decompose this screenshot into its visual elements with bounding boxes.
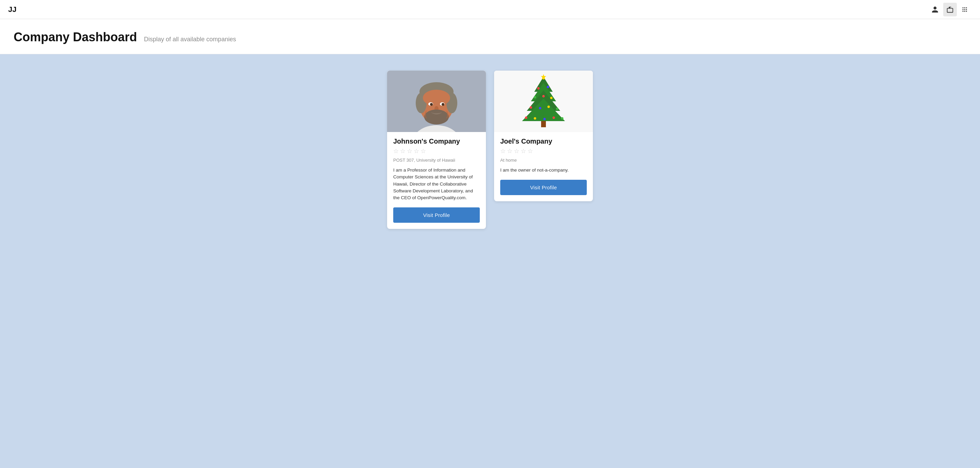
grid-icon	[961, 6, 969, 13]
page-subtitle: Display of all available companies	[144, 36, 236, 43]
card-stars-2: ☆ ☆ ☆ ☆ ☆	[500, 147, 587, 155]
svg-point-33	[553, 117, 555, 119]
card-image-johnsons	[387, 70, 486, 132]
grid-icon-button[interactable]	[958, 3, 972, 16]
visit-profile-button-2[interactable]: Visit Profile	[500, 180, 587, 195]
star-5: ☆	[528, 147, 533, 155]
svg-point-32	[544, 118, 546, 120]
page-header: Company Dashboard Display of all availab…	[0, 19, 980, 54]
card-body-1: Johnson's Company ☆ ☆ ☆ ☆ ☆ POST 307, Un…	[387, 132, 486, 229]
svg-point-26	[530, 106, 532, 109]
briefcase-icon-button[interactable]	[943, 3, 957, 16]
tree-image	[494, 70, 593, 132]
star-4: ☆	[414, 147, 419, 155]
svg-point-23	[534, 96, 536, 99]
company-name-2: Joel's Company	[500, 137, 587, 145]
star-4: ☆	[521, 147, 526, 155]
user-icon-button[interactable]	[928, 3, 942, 16]
visit-profile-button-1[interactable]: Visit Profile	[393, 208, 480, 223]
company-address-1: POST 307, University of Hawaii	[393, 158, 480, 163]
svg-point-34	[561, 117, 563, 120]
company-card-1: Johnson's Company ☆ ☆ ☆ ☆ ☆ POST 307, Un…	[387, 70, 486, 229]
svg-point-22	[547, 86, 549, 88]
star-3: ☆	[407, 147, 412, 155]
svg-point-25	[550, 97, 553, 99]
svg-point-11	[442, 103, 444, 106]
star-2: ☆	[507, 147, 512, 155]
company-description-1: I am a Professor of Information and Comp…	[393, 167, 480, 201]
star-5: ☆	[420, 147, 426, 155]
card-image-joels	[494, 70, 593, 132]
company-description-2: I am the owner of not-a-company.	[500, 167, 587, 174]
portrait-image	[387, 70, 486, 132]
svg-point-31	[534, 117, 536, 120]
svg-point-24	[542, 95, 545, 97]
svg-point-10	[430, 103, 433, 106]
star-2: ☆	[400, 147, 406, 155]
user-icon	[931, 6, 939, 13]
main-content: Johnson's Company ☆ ☆ ☆ ☆ ☆ POST 307, Un…	[0, 54, 980, 468]
svg-point-29	[556, 108, 558, 110]
navbar-logo: JJ	[8, 5, 16, 14]
svg-rect-19	[541, 121, 546, 127]
star-1: ☆	[500, 147, 506, 155]
svg-point-27	[539, 107, 541, 110]
svg-point-30	[525, 117, 528, 119]
cards-container: Johnson's Company ☆ ☆ ☆ ☆ ☆ POST 307, Un…	[387, 70, 593, 453]
company-card-2: Joel's Company ☆ ☆ ☆ ☆ ☆ At home I am th…	[494, 70, 593, 201]
card-body-2: Joel's Company ☆ ☆ ☆ ☆ ☆ At home I am th…	[494, 132, 593, 201]
briefcase-icon	[946, 6, 954, 13]
star-1: ☆	[393, 147, 399, 155]
svg-point-28	[547, 106, 550, 108]
navbar: JJ	[0, 0, 980, 19]
svg-point-21	[538, 87, 540, 90]
svg-point-13	[424, 110, 449, 125]
card-stars-1: ☆ ☆ ☆ ☆ ☆	[393, 147, 480, 155]
star-3: ☆	[514, 147, 519, 155]
svg-point-7	[423, 90, 450, 106]
navbar-icons	[928, 3, 972, 16]
company-address-2: At home	[500, 158, 587, 163]
company-name-1: Johnson's Company	[393, 137, 480, 145]
page-title: Company Dashboard	[14, 30, 137, 44]
